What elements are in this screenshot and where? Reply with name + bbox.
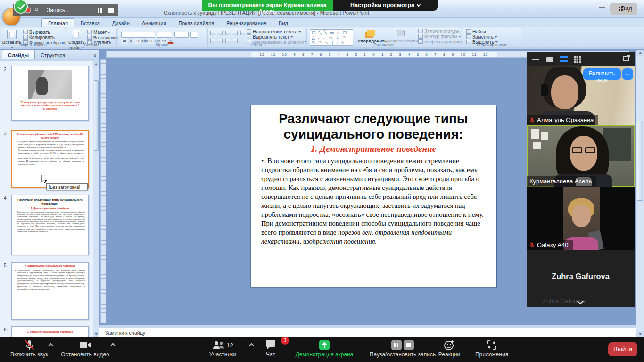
tab-slides-thumbnails[interactable]: Слайды (2, 50, 35, 59)
share-screen-button[interactable]: Демонстрация экрана (289, 339, 359, 358)
view-button[interactable]: Вид (610, 3, 637, 15)
arrange-icon (367, 30, 375, 36)
video-tile-participant-2-active[interactable]: Курмангалиева Асель (527, 125, 635, 187)
minimize-icon[interactable] (599, 7, 605, 8)
grow-shrink-font[interactable] (174, 32, 189, 38)
zoom-toolbar: Включить звук Остановить видео (0, 337, 644, 362)
share-screen-icon (319, 340, 330, 350)
gallery-view-icon[interactable] (574, 56, 576, 58)
slide-thumbnail-2[interactable]: "В нашу жизнь приходит радость, когда у … (11, 66, 89, 121)
clear-formatting-button[interactable] (190, 32, 198, 38)
screen-share-banner: Вы просматриваете экран Курмангалиева Ас… (202, 0, 333, 11)
more-options-button[interactable]: ... (622, 68, 633, 80)
copy-button[interactable]: Копировать (23, 35, 67, 40)
participants-button[interactable]: 12 Участники (198, 339, 248, 358)
shield-check-icon (14, 0, 28, 14)
placeholder-tooltip: [Без заголовка] (46, 183, 88, 190)
slide-thumbnail-6[interactable]: 3. Истинное суицидальное поведение (11, 326, 89, 337)
tab-slideshow[interactable]: Показ слайдов (172, 19, 220, 27)
apps-icon (487, 340, 497, 350)
tab-view[interactable]: Вид (272, 19, 294, 27)
scrollbar-thumb[interactable] (637, 121, 643, 201)
slide-thumbnail-4[interactable]: Различают следующие типы суицидального п… (11, 195, 89, 255)
pause-stop-recording-button[interactable]: Пауза/остановить запись (362, 339, 443, 358)
pause-recording-icon[interactable] (391, 340, 402, 350)
mouse-cursor (41, 175, 48, 184)
font-name-select[interactable] (121, 32, 155, 38)
slide-canvas[interactable]: Различают следующие типы суицидального п… (250, 105, 496, 288)
align-text-icon (247, 34, 251, 39)
camera-icon (79, 340, 91, 350)
screen: Склонность к суициду ПРЕЗЕНТАЦИЯ [Режим … (0, 0, 644, 362)
increase-indent-icon[interactable] (233, 31, 238, 35)
reset-button[interactable]: Восстановить (87, 35, 121, 40)
group-label-paragraph: Абзац (208, 42, 305, 47)
thumbnail-photo (28, 70, 72, 99)
slide-thumbnail-5[interactable]: 2. Аффективное суицидальное поведение Су… (11, 262, 89, 320)
numbering-icon[interactable] (218, 31, 223, 35)
tab-review[interactable]: Рецензирование (220, 19, 272, 27)
tab-outline[interactable]: Структура (35, 50, 71, 59)
video-tile-participant-1[interactable]: Включить звук ... Алмагуль Оразаева (527, 66, 635, 125)
tab-insert[interactable]: Вставка (74, 19, 106, 27)
stop-recording-icon[interactable] (108, 8, 114, 13)
vertical-scrollbar[interactable] (636, 50, 644, 337)
popout-panel-icon[interactable] (623, 56, 629, 61)
chat-icon (265, 340, 276, 350)
notes-pane[interactable]: Заметки к слайду (99, 328, 636, 337)
unmute-button[interactable]: Включить звук (6, 339, 53, 358)
group-label-font: Шрифт (118, 42, 206, 47)
ask-to-unmute-button[interactable]: Включить звук (583, 68, 621, 80)
line-spacing-icon[interactable] (240, 31, 245, 35)
view-settings-dropdown[interactable]: Настройки просмотра (333, 0, 438, 11)
video-panel: Включить звук ... Алмагуль Оразаева (527, 52, 635, 307)
find-button[interactable]: Найти (466, 29, 498, 34)
quick-styles-button[interactable]: Экспресс-стили (385, 30, 416, 43)
arrange-button[interactable]: Упорядочить (358, 30, 384, 43)
replace-button[interactable]: Заменить (466, 34, 498, 40)
cut-button[interactable]: Вырезать (23, 30, 67, 35)
strip-view-icon[interactable] (560, 56, 568, 58)
slide-body-text[interactable]: •В основе этого типа суицидального повед… (251, 156, 496, 246)
group-label-slides: Слайды (66, 42, 116, 47)
minimize-panel-icon[interactable] (532, 59, 539, 60)
active-speaker-view-icon[interactable] (546, 57, 553, 62)
paste-icon (7, 30, 17, 39)
slide-title[interactable]: Различают следующие типы суицидального п… (251, 111, 496, 142)
reactions-button[interactable]: Реакции (433, 339, 466, 358)
tab-home[interactable]: Главная (41, 18, 74, 27)
new-slide-icon (72, 30, 81, 39)
decrease-indent-icon[interactable] (225, 31, 230, 35)
close-panel-icon[interactable]: x (94, 52, 97, 58)
ribbon-tab-row: ГлавнаяВставкаДизайнАнимацияПоказ слайдо… (0, 18, 644, 27)
slide-thumbnail-3-selected[interactable]: За день в мире убивают себя 2500 человек… (11, 130, 89, 188)
stop-video-button[interactable]: Остановить видео (56, 339, 115, 358)
video-panel-header (527, 52, 635, 66)
pause-recording-icon[interactable] (98, 8, 99, 13)
scroll-up-arrow[interactable] (636, 50, 644, 56)
group-drawing: ▢ ╲ ╲ ▭ ○ ▢ △ ⌐ ⌐ ⇨ ⇩ ◠ ✎ ◠ ∿ { } ☆ Упор… (306, 28, 461, 48)
tab-animation[interactable]: Анимация (136, 19, 173, 27)
scroll-down-arrow[interactable] (636, 331, 644, 337)
shape-fill-button[interactable]: Заливка фигуры (418, 29, 469, 34)
apps-button[interactable]: Приложения (471, 339, 512, 358)
slide-subtitle[interactable]: 1. Демонстративное поведение (251, 144, 496, 154)
align-text-button[interactable]: Выровнять текст (247, 34, 308, 40)
participants-options-chevron[interactable] (249, 343, 254, 348)
layout-button[interactable]: Макет (87, 30, 121, 35)
vertical-ruler[interactable] (100, 59, 106, 323)
chat-button[interactable]: 3 Чат (257, 339, 284, 358)
group-editing: Найти Заменить Выделить Редактирование (462, 28, 522, 48)
leave-meeting-button[interactable]: Выйти (608, 342, 637, 356)
font-size-select[interactable] (157, 32, 172, 38)
shape-outline-button[interactable]: Контур фигуры (418, 34, 469, 39)
undo-icon[interactable]: ↺ (34, 7, 39, 13)
stop-recording-icon[interactable] (404, 340, 414, 350)
chat-badge: 3 (281, 337, 289, 345)
text-direction-button[interactable]: Направление текста (247, 29, 308, 34)
slides-panel-scrollbar[interactable] (93, 61, 99, 337)
tab-design[interactable]: Дизайн (106, 19, 136, 27)
video-tile-participant-4[interactable]: Zuhra Gafurova Zuhra Gafurova (527, 250, 635, 307)
bullets-icon[interactable] (210, 31, 215, 35)
video-tile-participant-3[interactable]: Galaxy A40 (527, 187, 635, 250)
